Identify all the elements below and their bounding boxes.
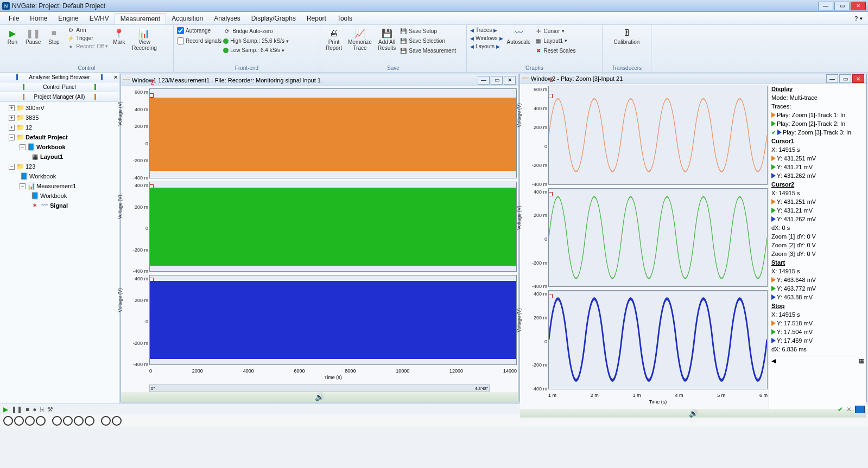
help-icon[interactable]: ?	[854, 15, 858, 22]
minimize-button[interactable]: —	[818, 2, 833, 10]
pause-icon[interactable]: ❚❚	[11, 406, 22, 413]
close-button[interactable]: ✕	[852, 74, 864, 83]
tree-item[interactable]: +📁12	[1, 123, 118, 132]
memorize-trace-button[interactable]: 📈Memorize Trace	[346, 26, 374, 52]
window1-plots[interactable]: Z 600 m400 m200 m0-200 m-400 mVoltage (V…	[121, 86, 518, 392]
channel-indicator[interactable]	[63, 416, 73, 426]
trigger-button[interactable]: ⚡Trigger	[67, 34, 108, 42]
copy-icon[interactable]: ⎘	[40, 406, 44, 413]
channel-indicator[interactable]	[52, 416, 62, 426]
add-all-results-button[interactable]: 💾Add All Results	[376, 26, 398, 52]
save-setup-button[interactable]: 💾Save Setup	[400, 27, 456, 35]
channel-indicator[interactable]	[25, 416, 35, 426]
trace-item[interactable]: ✔Play: Zoom [3]-Track 3: In	[771, 128, 864, 137]
stop-button[interactable]: ■Stop	[45, 26, 63, 46]
channel-indicator[interactable]	[85, 416, 94, 426]
autorange-checkbox[interactable]: Autorange	[177, 27, 221, 34]
arm-button[interactable]: ⚙Arm	[67, 26, 108, 34]
sidebar-header-project[interactable]: Project Manager (All)	[0, 92, 119, 102]
minimize-button[interactable]: —	[826, 74, 838, 83]
play-icon[interactable]: ▶	[3, 406, 8, 413]
tree-item[interactable]: ▦Layout1	[1, 152, 118, 162]
monitor-icon[interactable]	[855, 406, 865, 413]
bridge-autozero-button[interactable]: ⟳Bridge Auto-zero	[223, 27, 289, 35]
window2-plots[interactable]: Z 600 m400 m200 m0-200 m-400 mVoltage (V…	[520, 84, 769, 409]
sidebar-header-control[interactable]: Control Panel	[0, 82, 119, 92]
low-samp-row[interactable]: Low Samp.: 6.4 kS/s ▾	[223, 47, 289, 53]
plot-3[interactable]	[149, 275, 517, 365]
calibration-button[interactable]: 🎚Calibration	[612, 26, 642, 46]
tree-item[interactable]: ✶〰Signal	[1, 201, 118, 210]
plot-3[interactable]	[548, 290, 768, 389]
audio-bar[interactable]: 🔊	[520, 409, 866, 418]
channel-indicator[interactable]	[112, 416, 122, 426]
menu-evhv[interactable]: EV/HV	[84, 12, 115, 24]
channel-indicator[interactable]	[3, 416, 13, 426]
cursor-dropdown[interactable]: ✛Cursor▾	[535, 27, 576, 35]
tree-item[interactable]: 📘Workbook	[1, 191, 118, 201]
plot-2[interactable]	[149, 182, 517, 272]
close-icon[interactable]: ✕	[113, 74, 118, 80]
cursor-handle[interactable]	[149, 93, 154, 98]
high-samp-row[interactable]: High Samp.: 25.6 kS/s ▾	[223, 38, 289, 44]
channel-indicator[interactable]	[74, 416, 84, 426]
print-report-button[interactable]: 🖨Print Report	[324, 26, 344, 52]
layout-dropdown[interactable]: ▦Layout1▾	[535, 37, 576, 44]
menu-acquisition[interactable]: Acquisition	[166, 12, 208, 24]
channel-indicator[interactable]	[14, 416, 24, 426]
maximize-button[interactable]: ▭	[839, 74, 851, 83]
reset-scales-button[interactable]: ✖Reset Scales	[535, 47, 576, 54]
tree-item[interactable]: −📘Workbook	[1, 142, 118, 152]
pause-button[interactable]: ❚❚Pause	[23, 26, 43, 46]
audio-bar[interactable]: 🔊	[121, 392, 518, 402]
plot-1[interactable]	[548, 86, 768, 185]
menu-engine[interactable]: Engine	[53, 12, 84, 24]
chevron-down-icon[interactable]: ▾	[860, 16, 863, 21]
menu-file[interactable]: File	[3, 12, 24, 24]
cursor-handle[interactable]	[548, 94, 553, 98]
minimize-button[interactable]: —	[478, 76, 490, 85]
menu-tools[interactable]: Tools	[332, 12, 358, 24]
sidebar-header-analyzer[interactable]: Analyzer Setting Browser✕	[0, 73, 119, 82]
mark-button[interactable]: 📍Mark	[110, 26, 128, 46]
traces-nav[interactable]: ◀Traces▶	[470, 27, 503, 33]
time-scrubber[interactable]: 0"4:8'48"	[149, 384, 490, 392]
menu-analyses[interactable]: Analyses	[208, 12, 246, 24]
cursor-handle[interactable]	[548, 294, 553, 298]
record-signals-checkbox[interactable]: Record signals	[177, 37, 221, 44]
run-button[interactable]: ▶Run	[3, 26, 22, 46]
tree-item[interactable]: −📊Measurement1	[1, 181, 118, 191]
maximize-button[interactable]: ▭	[834, 2, 850, 10]
record-icon[interactable]: ●	[33, 406, 36, 413]
close-button[interactable]: ✕	[851, 2, 866, 10]
window1-titlebar[interactable]: 〰 Window1 123/Measurement1 - File: Recor…	[121, 74, 518, 86]
trace-item[interactable]: Play: Zoom [2]-Track 2: In	[771, 119, 864, 128]
stop-icon[interactable]: ■	[26, 406, 29, 413]
plot-2[interactable]	[548, 188, 768, 287]
scroll-bar[interactable]: ◀▦	[771, 356, 864, 365]
channel-indicator[interactable]	[36, 416, 46, 426]
tree-item[interactable]: 📘Workbook	[1, 171, 118, 181]
tree-item[interactable]: −📁Default Project	[1, 132, 118, 142]
menu-measurement[interactable]: Measurement	[115, 13, 166, 24]
plot-1[interactable]: Start	[149, 88, 517, 178]
close-button[interactable]: ✕	[504, 76, 516, 85]
tree-item[interactable]: −📁123	[1, 162, 118, 171]
view-recording-button[interactable]: 📊View Recording	[130, 26, 159, 52]
menu-home[interactable]: Home	[24, 12, 53, 24]
menu-report[interactable]: Report	[301, 12, 332, 24]
tree-item[interactable]: +📁300mV	[1, 103, 118, 113]
menu-display[interactable]: Display/Graphs	[246, 12, 301, 24]
tree-item[interactable]: +📁3835	[1, 113, 118, 123]
trace-item[interactable]: Play: Zoom [1]-Track 1: In	[771, 111, 864, 119]
autoscale-button[interactable]: 〰Autoscale	[505, 26, 533, 46]
layouts-nav[interactable]: ◀Layouts▶	[470, 43, 503, 49]
windows-nav[interactable]: ◀Windows▶	[470, 35, 503, 41]
window2-titlebar[interactable]: 〰 Window2 - Play: Zoom [3]-Input 21 — ▭ …	[520, 74, 866, 84]
save-measurement-button[interactable]: 💾Save Measurement	[400, 47, 456, 54]
save-selection-button[interactable]: 💾Save Selection	[400, 37, 456, 44]
channel-indicator[interactable]	[101, 416, 111, 426]
record-toggle[interactable]: ●Record: Off ▾	[67, 42, 108, 50]
tool-icon[interactable]: ⚒	[47, 406, 53, 413]
maximize-button[interactable]: ▭	[491, 76, 503, 85]
